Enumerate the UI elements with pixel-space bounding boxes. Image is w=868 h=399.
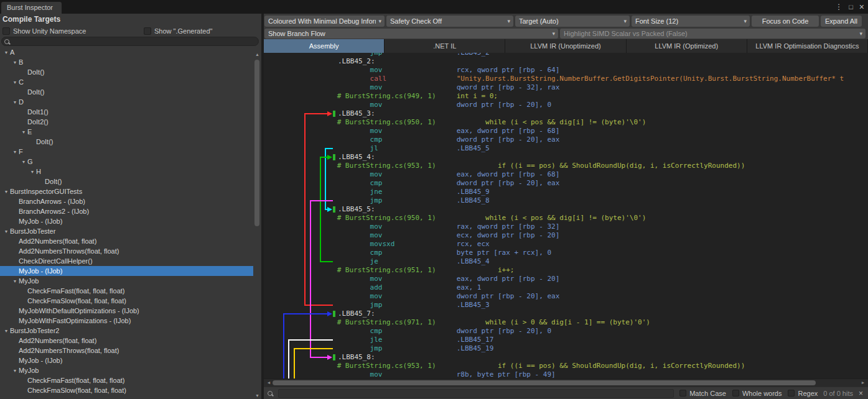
checkbox-box[interactable] bbox=[144, 27, 151, 35]
foldout-arrow-icon[interactable]: ▼ bbox=[11, 279, 19, 283]
tree-item-add2numbersthrows-float-float[interactable]: Add2NumbersThrows(float, float) bbox=[0, 246, 253, 256]
code-horizontal-scrollbar: ◄ ► bbox=[264, 378, 868, 387]
tree-item-e[interactable]: ▼E bbox=[0, 127, 253, 137]
find-close-icon[interactable]: × bbox=[859, 389, 863, 398]
tree-item-a[interactable]: ▼A bbox=[0, 47, 253, 57]
tree-item-add2numbers-float-float[interactable]: Add2Numbers(float, float) bbox=[0, 236, 253, 246]
toolbar-row-primary: Coloured With Minimal Debug Information▾… bbox=[264, 14, 868, 28]
asm-line: .LBB45_5: bbox=[333, 205, 868, 214]
checkbox-box[interactable] bbox=[788, 390, 795, 397]
dropdown-show-branch-flow[interactable]: Show Branch Flow▾ bbox=[264, 29, 558, 39]
tree-item-burstjobtester[interactable]: ▼BurstJobTester bbox=[0, 226, 253, 236]
find-search-icon bbox=[268, 391, 273, 396]
tree-item-doit1[interactable]: DoIt1() bbox=[0, 107, 253, 117]
tree-item-b[interactable]: ▼B bbox=[0, 57, 253, 67]
foldout-arrow-icon[interactable]: ▼ bbox=[11, 80, 19, 85]
toggle-match-case[interactable]: Match Case bbox=[679, 390, 726, 397]
dropdown-safety-check-off[interactable]: Safety Check Off▾ bbox=[386, 16, 513, 27]
checkbox-show-generated[interactable]: Show ".Generated" bbox=[144, 27, 212, 35]
tree-item-burstjobtester2[interactable]: ▼BurstJobTester2 bbox=[0, 326, 253, 336]
tree-item-myjob-ijob[interactable]: MyJob - (IJob) bbox=[0, 216, 253, 226]
scroll-right-icon[interactable]: ► bbox=[859, 379, 867, 387]
tree-item-burstinspectorguitests[interactable]: ▼BurstInspectorGUITests bbox=[0, 186, 253, 196]
tree-item-label: BranchArrows - (IJob) bbox=[19, 198, 85, 205]
button-expand-all[interactable]: Expand All bbox=[821, 16, 862, 27]
checkbox-show-unity-namespace[interactable]: Show Unity Namespace bbox=[2, 27, 86, 35]
tree-item-myjob-ijob[interactable]: MyJob - (IJob) bbox=[0, 266, 253, 276]
foldout-arrow-icon[interactable]: ▼ bbox=[2, 329, 10, 333]
tree-item-checkdirectcallhelper[interactable]: CheckDirectCallHelper() bbox=[0, 256, 253, 266]
tree-item-checkfmafast-float-float-float[interactable]: CheckFmaFast(float, float, float) bbox=[0, 286, 253, 296]
foldout-arrow-icon[interactable]: ▼ bbox=[2, 190, 10, 194]
scroll-left-icon[interactable]: ◄ bbox=[265, 379, 273, 387]
find-input[interactable] bbox=[279, 392, 673, 399]
asm-line: call "Unity.Burst.BurstString.NumberBuff… bbox=[333, 75, 868, 83]
dropdown-coloured-with-minimal-debug-information[interactable]: Coloured With Minimal Debug Information▾ bbox=[264, 16, 385, 27]
asm-line: # BurstString.cs(953, 1) if ((i == pos) … bbox=[333, 362, 868, 370]
foldout-arrow-icon[interactable]: ▼ bbox=[11, 150, 19, 154]
tree-item-g[interactable]: ▼G bbox=[0, 157, 253, 167]
branch-arrow-magenta bbox=[310, 201, 333, 357]
tree-item-brancharrows2-ijob[interactable]: BranchArrows2 - (IJob) bbox=[0, 206, 253, 216]
tree-item-doit2[interactable]: DoIt2() bbox=[0, 117, 253, 127]
horizontal-scrollbar-thumb[interactable] bbox=[273, 380, 816, 385]
maximize-icon[interactable]: □ bbox=[849, 3, 853, 11]
checkbox-box[interactable] bbox=[2, 27, 10, 35]
tree-item-add2numbersthrows-float-float[interactable]: Add2NumbersThrows(float, float) bbox=[0, 346, 253, 355]
tree-item-c[interactable]: ▼C bbox=[0, 77, 253, 87]
foldout-arrow-icon[interactable]: ▼ bbox=[2, 50, 10, 55]
dropdown-font-size-12[interactable]: Font Size (12)▾ bbox=[632, 16, 750, 27]
asm-line: movsxd rcx, ecx bbox=[333, 240, 868, 249]
scroll-down-icon[interactable]: ▼ bbox=[253, 393, 261, 398]
asm-line: # BurstString.cs(953, 1) if ((i == pos) … bbox=[333, 162, 868, 170]
tree-item-checkfmafast-float-float-float[interactable]: CheckFmaFast(float, float, float) bbox=[0, 375, 253, 385]
tree-item-myjobwithfastoptimizations-ijob[interactable]: MyJobWithFastOptimizations - (IJob) bbox=[0, 316, 253, 326]
tree-item-doit[interactable]: DoIt() bbox=[0, 87, 253, 97]
dropdown-target-auto[interactable]: Target (Auto)▾ bbox=[515, 16, 630, 27]
tree-item-myjob-ijob[interactable]: MyJob - (IJob) bbox=[0, 355, 253, 365]
tab-llvm-ir-optimized[interactable]: LLVM IR (Optimized) bbox=[627, 39, 747, 53]
scroll-up-icon[interactable]: ▲ bbox=[253, 52, 261, 57]
tree-item-brancharrows-ijob[interactable]: BranchArrows - (IJob) bbox=[0, 196, 253, 206]
tree-item-f[interactable]: ▼F bbox=[0, 147, 253, 157]
tab-assembly[interactable]: Assembly bbox=[264, 39, 385, 53]
foldout-arrow-icon[interactable]: ▼ bbox=[20, 160, 27, 164]
dropdown-highlight-simd-scalar-vs-packed-false[interactable]: Highlight SIMD Scalar vs Packed (False)▾ bbox=[560, 29, 866, 39]
asm-line: # BurstString.cs(950, 1) while (i < pos … bbox=[333, 214, 868, 222]
asm-line: mov dword ptr [rbp - 20], 0 bbox=[333, 101, 868, 109]
asm-line: jmp .LBB45_8 bbox=[333, 196, 868, 205]
menu-icon[interactable]: ⋮ bbox=[835, 2, 842, 11]
tab-llvm-ir-optimisation-diagnostics[interactable]: LLVM IR Optimisation Diagnostics bbox=[747, 39, 868, 53]
foldout-arrow-icon[interactable]: ▼ bbox=[11, 60, 19, 65]
foldout-arrow-icon[interactable]: ▼ bbox=[29, 170, 36, 174]
tree-item-h[interactable]: ▼H bbox=[0, 167, 253, 177]
tree-item-doit[interactable]: DoIt() bbox=[0, 177, 253, 186]
toggle-regex[interactable]: Regex bbox=[788, 390, 818, 397]
checkbox-box[interactable] bbox=[732, 390, 739, 397]
target-search-input[interactable] bbox=[9, 37, 258, 45]
checkbox-box[interactable] bbox=[679, 390, 686, 397]
toggle-whole-words[interactable]: Whole words bbox=[732, 390, 782, 397]
tree-item-doit[interactable]: DoIt() bbox=[0, 137, 253, 147]
asm-line: mov eax, dword ptr [rbp - 20] bbox=[333, 275, 868, 283]
tree-item-add2numbers-float-float[interactable]: Add2Numbers(float, float) bbox=[0, 336, 253, 346]
tree-item-d[interactable]: ▼D bbox=[0, 97, 253, 107]
tree-item-doit[interactable]: DoIt() bbox=[0, 67, 253, 77]
foldout-arrow-icon[interactable]: ▼ bbox=[11, 369, 19, 373]
window-tab-burst-inspector[interactable]: Burst Inspector bbox=[1, 2, 62, 14]
close-icon[interactable]: × bbox=[859, 2, 864, 12]
foldout-arrow-icon[interactable]: ▼ bbox=[2, 229, 10, 234]
button-focus-on-code[interactable]: Focus on Code bbox=[752, 16, 819, 27]
tree-scrollbar-thumb[interactable] bbox=[254, 60, 259, 226]
tab-llvm-ir-unoptimized[interactable]: LLVM IR (Unoptimized) bbox=[505, 39, 626, 53]
tree-item-checkfmaslow-float-float-float[interactable]: CheckFmaSlow(float, float, float) bbox=[0, 296, 253, 306]
tree-item-myjobwithdefaultoptimizations-ijob[interactable]: MyJobWithDefaultOptimizations - (IJob) bbox=[0, 306, 253, 316]
tree-item-myjob[interactable]: ▼MyJob bbox=[0, 276, 253, 286]
assembly-code-view[interactable]: jmp .LBB45_2.LBB45_2: mov rcx, qword ptr… bbox=[264, 53, 868, 378]
tree-item-myjob[interactable]: ▼MyJob bbox=[0, 365, 253, 375]
foldout-arrow-icon[interactable]: ▼ bbox=[20, 130, 27, 134]
foldout-arrow-icon[interactable]: ▼ bbox=[11, 100, 19, 104]
tree-item-checkfmaslow-float-float-float[interactable]: CheckFmaSlow(float, float, float) bbox=[0, 385, 253, 395]
tab-net-il[interactable]: .NET IL bbox=[385, 39, 505, 53]
tree-item-label: CheckFmaSlow(float, float, float) bbox=[27, 297, 126, 305]
